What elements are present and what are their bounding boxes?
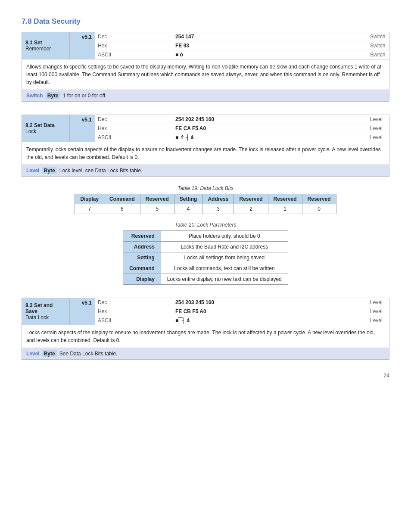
cmd-8-2-value-2: ■ ⇑ ┤ á xyxy=(173,133,367,142)
cmd-8-2-param-desc: Lock level, see Data Lock Bits table. xyxy=(59,168,143,174)
cmd-8-1-value-2: ■ ô xyxy=(173,50,367,59)
table19-col-6: Reserved xyxy=(268,194,302,204)
cmd-8-2-description: Temporarily locks certain aspects of the… xyxy=(22,142,389,165)
table19-val-2: 5 xyxy=(140,204,174,214)
cmd-8-1-format-1: Hex xyxy=(95,41,173,50)
table19: Display Command Reserved Setting Address… xyxy=(75,194,336,214)
cmd-8-2-value-1: FE CA F5 A0 xyxy=(173,124,367,133)
cmd-8-3-format-2: ASCII xyxy=(95,316,173,325)
cmd-8-3-params: Level Byte See Data Lock Bits table. xyxy=(22,348,389,359)
table20-label-4: Display xyxy=(123,274,161,285)
table20-label-1: Address xyxy=(123,242,161,252)
table19-val-7: 0 xyxy=(302,204,336,214)
table20-desc-0: Place holders only, should be 0 xyxy=(161,231,288,242)
table20-caption: Table 20: Lock Parameters xyxy=(22,222,389,228)
cmd-8-3-param-desc: See Data Lock Bits table. xyxy=(59,351,118,357)
table20-row-1: Address Locks the Baud Rate and I2C addr… xyxy=(123,242,288,252)
cmd-8-3-name: 8.3 Set and Save xyxy=(25,302,65,314)
cmd-8-1-label-0: Switch xyxy=(367,32,389,41)
cmd-8-2-name: 8.2 Set Data xyxy=(25,122,65,128)
cmd-8-3-format-0: Dec xyxy=(95,298,173,307)
cmd-8-2-params: Level Byte Lock level, see Data Lock Bit… xyxy=(22,165,389,176)
cmd-8-3-name2: Data Lock xyxy=(25,314,65,320)
table20-label-0: Reserved xyxy=(123,231,161,242)
table20-desc-1: Locks the Baud Rate and I2C address xyxy=(161,242,288,252)
cmd-8-2-label-2: Level xyxy=(367,133,389,142)
cmd-8-2-param-type: Byte xyxy=(42,167,57,174)
table19-caption: Table 19: Data Lock Bits xyxy=(22,185,389,191)
cmd-8-3-value-2: ■ ͞ ┤ á xyxy=(173,316,367,325)
cmd-8-3-value-0: 254 203 245 160 xyxy=(173,298,367,307)
cmd-8-3-label-1: Level xyxy=(367,307,389,316)
page-number: 24 xyxy=(22,373,389,379)
tables-section: Table 19: Data Lock Bits Display Command… xyxy=(22,185,389,285)
cmd-8-2-param-name: Level xyxy=(26,168,40,174)
table19-value-row: 7 6 5 4 3 2 1 0 xyxy=(75,204,336,214)
table20-label-3: Command xyxy=(123,263,161,274)
cmd-8-2-label-0: Level xyxy=(367,115,389,124)
cmd-8-3-label-0: Level xyxy=(367,298,389,307)
cmd-8-1-format-0: Dec xyxy=(95,32,173,41)
table19-col-5: Reserved xyxy=(234,194,268,204)
cmd-8-1-version: v5.1 xyxy=(82,34,92,40)
table19-val-5: 2 xyxy=(234,204,268,214)
table19-val-0: 7 xyxy=(75,204,104,214)
table19-header-row: Display Command Reserved Setting Address… xyxy=(75,194,336,204)
table19-col-4: Address xyxy=(202,194,234,204)
table20-row-3: Command Locks all commands, text can sti… xyxy=(123,263,288,274)
cmd-8-1-format-2: ASCII xyxy=(95,50,173,59)
cmd-8-2-format-1: Hex xyxy=(95,124,173,133)
table19-col-1: Command xyxy=(104,194,140,204)
cmd-8-3-version: v5.1 xyxy=(82,300,92,306)
cmd-8-3-format-1: Hex xyxy=(95,307,173,316)
cmd-8-1-param-name: Switch xyxy=(26,93,43,99)
cmd-8-1-description: Allows changes to specific settings to b… xyxy=(22,59,389,90)
table19-col-0: Display xyxy=(75,194,104,204)
table19-val-1: 6 xyxy=(104,204,140,214)
command-block-8-1: 8.1 Set Remember Dec 254 147 Switch v5.1… xyxy=(22,32,389,102)
table19-val-6: 1 xyxy=(268,204,302,214)
table20-row-4: Display Locks entire display, no new tex… xyxy=(123,274,288,285)
table20: Reserved Place holders only, should be 0… xyxy=(123,230,288,285)
cmd-8-3-description: Locks certain aspects of the display to … xyxy=(22,325,389,348)
cmd-8-2-label-1: Level xyxy=(367,124,389,133)
cmd-8-1-params: Switch Byte 1 for on or 0 for off. xyxy=(22,90,389,101)
command-block-8-2: 8.2 Set Data Lock Dec 254 202 245 160 Le… xyxy=(22,115,389,177)
cmd-8-2-format-2: ASCII xyxy=(95,133,173,142)
cmd-8-1-param-desc: 1 for on or 0 for off. xyxy=(63,93,107,99)
table19-col-2: Reserved xyxy=(140,194,174,204)
table20-row-0: Reserved Place holders only, should be 0 xyxy=(123,231,288,242)
cmd-8-1-label-2: Switch xyxy=(367,50,389,59)
cmd-8-2-version: v5.1 xyxy=(82,117,92,123)
table19-val-4: 3 xyxy=(202,204,234,214)
cmd-8-1-value-0: 254 147 xyxy=(173,32,367,41)
table20-label-2: Setting xyxy=(123,252,161,263)
table20-row-2: Setting Locks all settings from being sa… xyxy=(123,252,288,263)
table20-desc-4: Locks entire display, no new text can be… xyxy=(161,274,288,285)
cmd-8-1-name: 8.1 Set xyxy=(25,40,65,46)
cmd-8-1-name2: Remember xyxy=(25,46,65,52)
table19-col-7: Reserved xyxy=(302,194,336,204)
cmd-8-3-param-type: Byte xyxy=(42,350,57,357)
cmd-8-1-value-1: FE 93 xyxy=(173,41,367,50)
table19-col-3: Setting xyxy=(174,194,202,204)
cmd-8-3-label-2: Level xyxy=(367,316,389,325)
section-title: 7.8 Data Security xyxy=(22,17,389,26)
cmd-8-1-label-1: Switch xyxy=(367,41,389,50)
table20-desc-3: Locks all commands, text can still be wr… xyxy=(161,263,288,274)
cmd-8-2-value-0: 254 202 245 160 xyxy=(173,115,367,124)
table20-desc-2: Locks all settings from being saved xyxy=(161,252,288,263)
table19-val-3: 4 xyxy=(174,204,202,214)
cmd-8-2-name2: Lock xyxy=(25,128,65,134)
cmd-8-1-param-type: Byte xyxy=(46,92,60,99)
cmd-8-3-value-1: FE CB F5 A0 xyxy=(173,307,367,316)
command-block-8-3: 8.3 Set and Save Data Lock Dec 254 203 2… xyxy=(22,298,389,360)
cmd-8-3-param-name: Level xyxy=(26,351,40,357)
cmd-8-2-format-0: Dec xyxy=(95,115,173,124)
